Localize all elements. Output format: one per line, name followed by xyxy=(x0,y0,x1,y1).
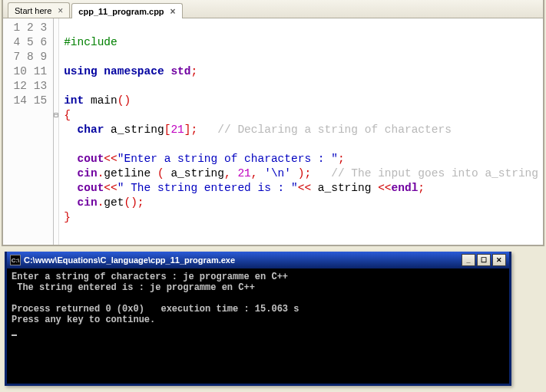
code-editor-window: Start here × cpp_11_program.cpp × 1 2 3 … xyxy=(2,0,544,246)
fold-toggle-icon[interactable]: ⊟ xyxy=(54,108,58,123)
close-icon[interactable]: × xyxy=(170,7,176,16)
tab-label: Start here xyxy=(15,6,51,15)
window-controls: _ ☐ ✕ xyxy=(462,254,506,266)
tab-label: cpp_11_program.cpp xyxy=(78,7,164,16)
maximize-button[interactable]: ☐ xyxy=(477,254,491,266)
fold-column: ⊟ xyxy=(54,18,59,245)
close-button[interactable]: ✕ xyxy=(492,254,506,266)
tab-bar: Start here × cpp_11_program.cpp × xyxy=(3,0,543,18)
console-window: C:\ C:\www\Equations\C_language\cpp_11_p… xyxy=(5,252,511,386)
line-number-gutter: 1 2 3 4 5 6 7 8 9 10 11 12 13 14 15 xyxy=(3,18,54,245)
tab-cpp-file[interactable]: cpp_11_program.cpp × xyxy=(71,3,182,18)
console-title: C:\www\Equations\C_language\cpp_11_progr… xyxy=(24,255,462,265)
console-title-bar[interactable]: C:\ C:\www\Equations\C_language\cpp_11_p… xyxy=(7,252,509,268)
close-icon[interactable]: × xyxy=(58,6,63,15)
code-text[interactable]: #include using namespace std; int main()… xyxy=(59,18,543,245)
minimize-button[interactable]: _ xyxy=(462,254,475,266)
tab-start-here[interactable]: Start here × xyxy=(8,2,70,18)
code-area[interactable]: 1 2 3 4 5 6 7 8 9 10 11 12 13 14 15 ⊟ #i… xyxy=(3,18,543,245)
console-icon: C:\ xyxy=(10,255,21,265)
console-output: Enter a string of characters : je progra… xyxy=(7,268,509,384)
